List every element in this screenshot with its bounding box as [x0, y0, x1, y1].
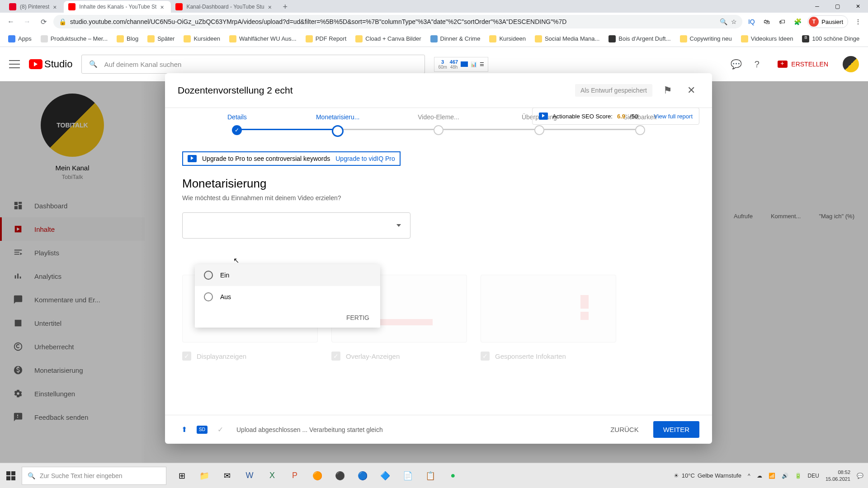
close-icon[interactable]: ✕: [683, 82, 699, 99]
monetization-menu: Ein Aus FERTIG: [195, 264, 380, 328]
search-input[interactable]: 🔍 Auf deinem Kanal suchen: [81, 55, 425, 74]
browser-tab[interactable]: (8) Pinterest ×: [5, 1, 64, 13]
mail-icon[interactable]: ✉: [216, 465, 238, 487]
feedback-icon[interactable]: ⚑: [660, 82, 676, 99]
browser-tab[interactable]: Inhalte des Kanals - YouTube St ×: [64, 1, 171, 13]
extension-icon[interactable]: 🏷: [777, 16, 788, 27]
option-off[interactable]: Aus: [195, 286, 380, 308]
vidiq-stats[interactable]: 360m 46748h 📊 ☰: [434, 57, 488, 72]
bookmark[interactable]: Dinner & Crime: [427, 33, 484, 44]
checkbox-icon[interactable]: ✓: [331, 352, 340, 361]
chrome-icon[interactable]: 🔵: [352, 465, 373, 487]
extensions-menu-icon[interactable]: 🧩: [792, 16, 803, 27]
upload-dialog: Dozentenvorstellung 2 echt Als Entwurf g…: [165, 73, 712, 444]
bookmark[interactable]: Kursideen: [486, 33, 529, 44]
save-status: Als Entwurf gespeichert: [575, 84, 652, 97]
studio-logo[interactable]: Studio: [29, 58, 72, 70]
new-tab-button[interactable]: +: [279, 1, 292, 13]
bookmark[interactable]: Bois d'Argent Duft...: [605, 33, 674, 44]
clock[interactable]: 08:52 15.06.2021: [826, 469, 850, 482]
lock-icon: 🔒: [59, 18, 66, 25]
bookmark[interactable]: Cload + Canva Bilder: [352, 33, 425, 44]
youtube-icon: [175, 3, 183, 10]
extension-icon[interactable]: IQ: [746, 16, 757, 27]
bookmark[interactable]: Blog: [113, 33, 142, 44]
option-on[interactable]: Ein: [195, 264, 380, 286]
language-indicator[interactable]: DEU: [808, 473, 819, 479]
next-button[interactable]: WEITER: [653, 421, 699, 438]
zoom-icon[interactable]: 🔍: [720, 18, 727, 25]
word-icon[interactable]: W: [239, 465, 260, 487]
apps-button[interactable]: Apps: [5, 33, 35, 44]
onedrive-icon[interactable]: ☁: [757, 473, 762, 479]
view-report-link[interactable]: View full report: [654, 113, 693, 120]
search-icon: 🔍: [89, 60, 98, 68]
task-view-icon[interactable]: ⊞: [171, 465, 193, 487]
forward-button[interactable]: →: [21, 15, 33, 28]
section-description: Wie möchtest du Einnahmen mit deinem Vid…: [178, 194, 699, 202]
upgrade-link[interactable]: Upgrade to vidIQ Pro: [335, 155, 395, 162]
tab-strip: (8) Pinterest × Inhalte des Kanals - You…: [0, 0, 868, 13]
taskbar-search[interactable]: 🔍Zur Suche Text hier eingeben: [22, 467, 166, 485]
minimize-button[interactable]: ─: [807, 0, 827, 13]
vidiq-upgrade-banner[interactable]: Upgrade to Pro to see controversial keyw…: [182, 151, 401, 166]
extension-icon[interactable]: 🛍: [761, 16, 772, 27]
done-button[interactable]: FERTIG: [195, 308, 380, 328]
close-icon[interactable]: ×: [160, 4, 166, 10]
bookmark[interactable]: PDF Report: [302, 33, 350, 44]
help-icon[interactable]: ?: [750, 58, 763, 70]
tray-chevron-icon[interactable]: ^: [748, 473, 750, 479]
explorer-icon[interactable]: 📁: [193, 465, 215, 487]
close-icon[interactable]: ×: [53, 4, 59, 10]
browser-tab[interactable]: Kanal-Dashboard - YouTube Stu ×: [171, 1, 278, 13]
menu-icon[interactable]: [9, 59, 20, 70]
checkbox-icon[interactable]: ✓: [182, 352, 191, 361]
close-window-button[interactable]: ✕: [848, 0, 868, 13]
bookmark[interactable]: Videokurs Ideen: [737, 33, 797, 44]
obs-icon[interactable]: ⚫: [329, 465, 351, 487]
menu-icon[interactable]: ⋮: [853, 16, 863, 27]
close-icon[interactable]: ×: [268, 4, 274, 10]
edge-icon[interactable]: 🔷: [374, 465, 396, 487]
step-video-elements[interactable]: Video-Eleme...: [388, 113, 489, 135]
avatar[interactable]: [843, 56, 859, 72]
wifi-icon[interactable]: 📶: [769, 473, 775, 479]
powerpoint-icon[interactable]: P: [284, 465, 306, 487]
app-icon[interactable]: 📄: [397, 465, 419, 487]
bookmark[interactable]: Kursideen: [180, 33, 224, 44]
excel-icon[interactable]: X: [261, 465, 283, 487]
spotify-icon[interactable]: ●: [442, 465, 464, 487]
bookmark[interactable]: B100 schöne Dinge: [798, 33, 863, 44]
weather-widget[interactable]: ☀ 10°C Gelbe Warnstufe: [674, 472, 741, 479]
bookmark[interactable]: Copywriting neu: [676, 33, 736, 44]
start-button[interactable]: [0, 465, 22, 487]
bookmark[interactable]: Später: [144, 33, 178, 44]
battery-icon[interactable]: 🔋: [795, 473, 802, 479]
monetization-dropdown[interactable]: [182, 212, 410, 239]
reload-button[interactable]: ⟳: [37, 15, 50, 28]
back-button[interactable]: ZURÜCK: [602, 421, 647, 438]
create-button[interactable]: ERSTELLEN: [771, 57, 835, 71]
app-icon[interactable]: 🟠: [307, 465, 328, 487]
notifications-icon[interactable]: 💬: [857, 473, 863, 479]
bookmark[interactable]: Social Media Mana...: [531, 33, 603, 44]
chevron-down-icon: [396, 224, 401, 227]
back-button[interactable]: ←: [5, 15, 17, 28]
maximize-button[interactable]: ▢: [827, 0, 848, 13]
address-bar[interactable]: 🔒 studio.youtube.com/channel/UC6N5u-OiGz…: [53, 15, 742, 28]
profile-button[interactable]: T Pausiert: [807, 15, 848, 28]
bookmarks-bar: Apps Produktsuche – Mer... Blog Später K…: [0, 31, 868, 47]
volume-icon[interactable]: 🔊: [782, 473, 788, 479]
chat-icon[interactable]: 💬: [730, 58, 742, 70]
pinterest-icon: [9, 3, 16, 10]
checkbox-icon[interactable]: ✓: [481, 352, 490, 361]
seo-score-card[interactable]: Actionable SEO Score: 6.9/50 View full r…: [532, 108, 699, 125]
bookmark[interactable]: Produktsuche – Mer...: [37, 33, 111, 44]
youtube-icon: [68, 3, 75, 10]
step-monetization[interactable]: Monetarisieru...: [288, 113, 388, 137]
ad-type-card: ✓Gesponserte Infokarten: [481, 275, 616, 361]
bookmark[interactable]: Wahlfächer WU Aus...: [226, 33, 300, 44]
step-details[interactable]: Details✓: [187, 113, 288, 135]
app-icon[interactable]: 📋: [420, 465, 441, 487]
star-icon[interactable]: ☆: [731, 18, 737, 25]
